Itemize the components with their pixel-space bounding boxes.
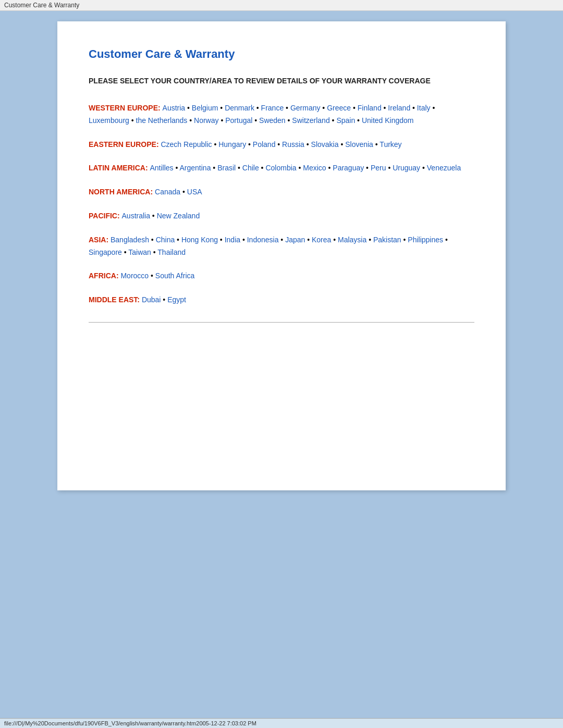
country-link-china[interactable]: China bbox=[156, 236, 175, 244]
region-label-asia: ASIA: bbox=[89, 236, 111, 244]
region-western-europe: WESTERN EUROPE: Austria • Belgium • Denm… bbox=[89, 102, 474, 127]
country-link-luxembourg[interactable]: Luxembourg bbox=[89, 116, 129, 125]
region-pacific: PACIFIC: Australia • New Zealand bbox=[89, 210, 474, 223]
region-eastern-europe: EASTERN EUROPE: Czech Republic • Hungary… bbox=[89, 139, 474, 151]
country-link-slovenia[interactable]: Slovenia bbox=[345, 140, 373, 149]
country-link-the-netherlands[interactable]: the Netherlands bbox=[136, 116, 188, 125]
country-link-morocco[interactable]: Morocco bbox=[120, 272, 149, 280]
country-link-antilles[interactable]: Antilles bbox=[150, 164, 173, 172]
country-link-france[interactable]: France bbox=[261, 104, 284, 112]
country-link-japan[interactable]: Japan bbox=[285, 236, 305, 244]
country-link-mexico[interactable]: Mexico bbox=[303, 164, 326, 172]
country-link-argentina[interactable]: Argentina bbox=[180, 164, 211, 172]
country-link-turkey[interactable]: Turkey bbox=[380, 140, 401, 149]
country-link-singapore[interactable]: Singapore bbox=[89, 248, 122, 256]
country-link-italy[interactable]: Italy bbox=[417, 104, 431, 112]
country-link-slovakia[interactable]: Slovakia bbox=[311, 140, 339, 149]
region-label-latin-america: LATIN AMERICA: bbox=[89, 164, 150, 172]
page-container: Customer Care & Warranty PLEASE SELECT Y… bbox=[57, 21, 506, 490]
country-link-united-kingdom[interactable]: United Kingdom bbox=[362, 116, 414, 125]
region-label-pacific: PACIFIC: bbox=[89, 212, 122, 220]
region-label-western-europe: WESTERN EUROPE: bbox=[89, 104, 163, 112]
country-link-dubai[interactable]: Dubai bbox=[142, 295, 161, 304]
country-link-belgium[interactable]: Belgium bbox=[192, 104, 218, 112]
country-link-usa[interactable]: USA bbox=[187, 188, 202, 196]
country-link-india[interactable]: India bbox=[225, 236, 240, 244]
country-link-poland[interactable]: Poland bbox=[253, 140, 276, 149]
page-title: Customer Care & Warranty bbox=[89, 47, 474, 61]
region-label-africa: AFRICA: bbox=[89, 272, 120, 280]
country-link-chile[interactable]: Chile bbox=[242, 164, 259, 172]
country-link-uruguay[interactable]: Uruguay bbox=[393, 164, 420, 172]
region-north-america: NORTH AMERICA: Canada • USA bbox=[89, 186, 474, 199]
country-link-germany[interactable]: Germany bbox=[290, 104, 321, 112]
country-link-thailand[interactable]: Thailand bbox=[157, 248, 186, 256]
country-link-russia[interactable]: Russia bbox=[282, 140, 304, 149]
separator bbox=[89, 322, 474, 323]
region-label-north-america: NORTH AMERICA: bbox=[89, 188, 155, 196]
country-link-korea[interactable]: Korea bbox=[312, 236, 331, 244]
regions-container: WESTERN EUROPE: Austria • Belgium • Denm… bbox=[89, 102, 474, 306]
country-link-spain[interactable]: Spain bbox=[336, 116, 355, 125]
country-link-ireland[interactable]: Ireland bbox=[388, 104, 410, 112]
status-bar: file:///D|/My%20Documents/dfu/190V6FB_V3… bbox=[0, 718, 563, 728]
country-link-malaysia[interactable]: Malaysia bbox=[338, 236, 366, 244]
country-link-south-africa[interactable]: South Africa bbox=[155, 272, 195, 280]
region-label-middle-east: MIDDLE EAST: bbox=[89, 295, 142, 304]
title-bar-label: Customer Care & Warranty bbox=[4, 2, 79, 9]
subtitle: PLEASE SELECT YOUR COUNTRY/AREA TO REVIE… bbox=[89, 76, 474, 87]
country-link-philippines[interactable]: Philippines bbox=[408, 236, 443, 244]
country-link-denmark[interactable]: Denmark bbox=[225, 104, 254, 112]
region-middle-east: MIDDLE EAST: Dubai • Egypt bbox=[89, 294, 474, 306]
region-asia: ASIA: Bangladesh • China • Hong Kong • I… bbox=[89, 234, 474, 259]
country-link-brasil[interactable]: Brasil bbox=[217, 164, 236, 172]
country-link-portugal[interactable]: Portugal bbox=[225, 116, 252, 125]
country-link-peru[interactable]: Peru bbox=[371, 164, 386, 172]
country-link-paraguay[interactable]: Paraguay bbox=[333, 164, 364, 172]
country-link-austria[interactable]: Austria bbox=[163, 104, 186, 112]
country-link-switzerland[interactable]: Switzerland bbox=[292, 116, 329, 125]
country-link-new-zealand[interactable]: New Zealand bbox=[157, 212, 200, 220]
country-link-pakistan[interactable]: Pakistan bbox=[373, 236, 401, 244]
region-latin-america: LATIN AMERICA: Antilles • Argentina • Br… bbox=[89, 162, 474, 175]
title-bar: Customer Care & Warranty bbox=[0, 0, 563, 11]
country-link-norway[interactable]: Norway bbox=[194, 116, 218, 125]
country-link-australia[interactable]: Australia bbox=[122, 212, 150, 220]
country-link-greece[interactable]: Greece bbox=[327, 104, 351, 112]
country-link-indonesia[interactable]: Indonesia bbox=[247, 236, 279, 244]
region-africa: AFRICA: Morocco • South Africa bbox=[89, 270, 474, 282]
country-link-bangladesh[interactable]: Bangladesh bbox=[111, 236, 149, 244]
country-link-canada[interactable]: Canada bbox=[155, 188, 180, 196]
status-text: file:///D|/My%20Documents/dfu/190V6FB_V3… bbox=[4, 720, 256, 726]
country-link-sweden[interactable]: Sweden bbox=[259, 116, 286, 125]
browser-content: Customer Care & Warranty PLEASE SELECT Y… bbox=[0, 11, 563, 728]
country-link-hungary[interactable]: Hungary bbox=[218, 140, 246, 149]
country-link-czech-republic[interactable]: Czech Republic bbox=[161, 140, 212, 149]
country-link-taiwan[interactable]: Taiwan bbox=[128, 248, 151, 256]
country-link-hong-kong[interactable]: Hong Kong bbox=[181, 236, 218, 244]
country-link-egypt[interactable]: Egypt bbox=[167, 295, 186, 304]
country-link-venezuela[interactable]: Venezuela bbox=[427, 164, 461, 172]
country-link-finland[interactable]: Finland bbox=[358, 104, 382, 112]
country-link-colombia[interactable]: Colombia bbox=[265, 164, 296, 172]
region-label-eastern-europe: EASTERN EUROPE: bbox=[89, 140, 161, 149]
